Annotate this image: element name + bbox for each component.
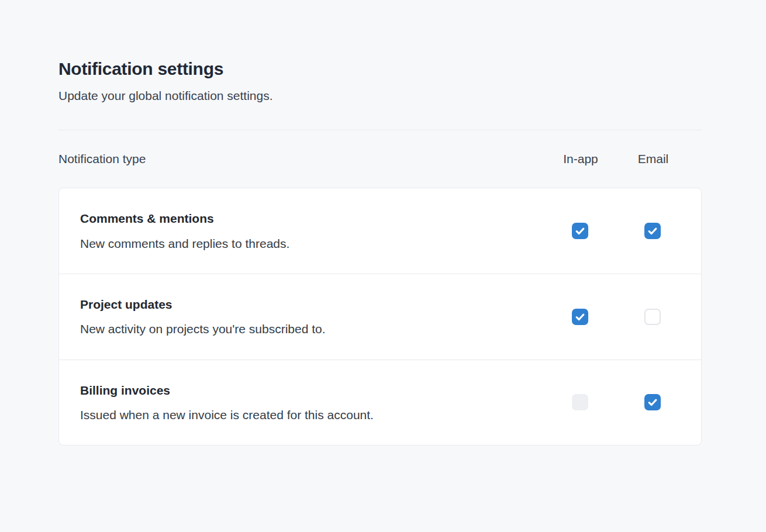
email-checkbox[interactable]: [644, 223, 661, 239]
row-text: Project updates New activity on projects…: [80, 296, 557, 337]
table-header-row: Notification type In-app Email: [58, 130, 702, 188]
row-description: New activity on projects you're subscrib…: [80, 321, 545, 337]
in-app-checkbox[interactable]: [572, 309, 588, 325]
row-description: New comments and replies to threads.: [80, 236, 545, 251]
page-title: Notification settings: [58, 58, 702, 80]
email-checkbox[interactable]: [644, 394, 661, 410]
page: Notification settings Update your global…: [0, 0, 702, 445]
notification-settings-card: Comments & mentions New comments and rep…: [58, 188, 702, 445]
checkmark-icon: [574, 225, 586, 237]
row-title: Project updates: [80, 296, 545, 312]
table-row: Comments & mentions New comments and rep…: [59, 188, 701, 274]
email-checkbox-cell: [629, 309, 676, 325]
column-header-email: Email: [630, 152, 677, 166]
in-app-checkbox: [572, 394, 588, 410]
in-app-checkbox-cell: [557, 394, 603, 410]
checkmark-icon: [574, 311, 586, 323]
in-app-checkbox-cell: [557, 223, 603, 239]
row-description: Issued when a new invoice is created for…: [80, 407, 545, 423]
column-header-in-app: In-app: [557, 152, 604, 166]
in-app-checkbox-cell: [557, 309, 603, 325]
checkmark-icon: [647, 396, 658, 408]
row-text: Comments & mentions New comments and rep…: [80, 210, 557, 251]
row-title: Comments & mentions: [80, 210, 545, 226]
row-text: Billing invoices Issued when a new invoi…: [80, 382, 557, 423]
row-title: Billing invoices: [80, 382, 545, 398]
email-checkbox-cell: [629, 223, 676, 239]
table-row: Project updates New activity on projects…: [59, 274, 701, 360]
checkmark-icon: [647, 225, 658, 237]
in-app-checkbox[interactable]: [572, 223, 588, 239]
email-checkbox-cell: [629, 394, 676, 410]
email-checkbox[interactable]: [644, 309, 661, 325]
column-header-notification-type: Notification type: [58, 152, 557, 166]
table-row: Billing invoices Issued when a new invoi…: [59, 360, 701, 445]
page-subtitle: Update your global notification settings…: [58, 88, 702, 104]
